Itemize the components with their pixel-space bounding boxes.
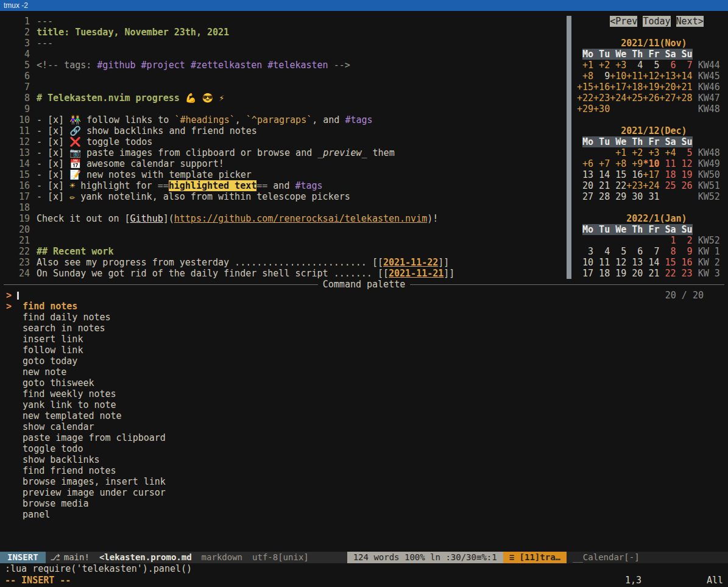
palette-item[interactable]: goto thisweek (0, 378, 728, 388)
spacer-span (577, 38, 621, 49)
calendar-day-linked[interactable]: +6 +7 +8 +9 (577, 158, 643, 169)
emoji-icon: ❌ (69, 136, 87, 147)
line-number: 1 (0, 16, 30, 27)
github-link[interactable]: Github (130, 213, 163, 224)
text-span: toggle todos (87, 136, 152, 147)
calendar-nav-button[interactable]: <Prev (610, 16, 637, 27)
calendar-day-linked[interactable]: +1 +2 +3 +4 (610, 147, 676, 158)
calendar-day-linked[interactable]: +8 (577, 71, 593, 82)
calendar-day-weekend[interactable]: 22 23 (659, 268, 692, 279)
calendar-day[interactable]: 20 21 22 (577, 180, 626, 191)
window-separator[interactable] (567, 16, 571, 279)
tag-link[interactable]: #github (97, 60, 135, 71)
palette-item[interactable]: search in notes (0, 323, 728, 334)
palette-item[interactable]: preview image under cursor (0, 487, 728, 498)
calendar-day-weekend[interactable]: 18 19 (659, 169, 692, 180)
palette-item-selected[interactable]: > find notes (0, 301, 728, 312)
palette-item[interactable]: show backlinks (0, 454, 728, 465)
separator-line (410, 284, 724, 285)
palette-prompt-input[interactable]: > 20 / 20 (0, 290, 728, 301)
tag-link[interactable]: #telekasten (267, 60, 328, 71)
calendar-week-number: KW47 (698, 93, 720, 104)
git-branch[interactable]: ⎇main! (46, 552, 94, 563)
calendar-day-weekend[interactable]: 11 12 (659, 158, 692, 169)
editor-line: 14- [x] 📅 awesome calendar support! (0, 158, 567, 169)
calendar-nav-button[interactable]: Next> (676, 16, 704, 27)
editor-line: 6 (0, 71, 567, 82)
line-number: 20 (0, 224, 30, 235)
editor-line: 15- [x] 📝 new notes with template picker (0, 169, 567, 180)
selection-caret: > (6, 301, 12, 312)
calendar-day[interactable]: 3 4 5 6 7 (577, 246, 659, 257)
calendar-day-linked[interactable]: +1 +2 +3 (577, 60, 626, 71)
date-wikilink[interactable]: 2021-11-22 (383, 257, 438, 268)
spacer-span (577, 125, 621, 136)
calendar-day-linked[interactable]: +17 (643, 169, 659, 180)
calendar-day[interactable]: 27 28 29 30 31 (577, 191, 659, 202)
calendar-day-weekend[interactable]: 8 9 (659, 246, 692, 257)
text-span: yank notelink, also from within telescop… (80, 191, 350, 202)
statusline-spacer (314, 552, 347, 563)
git-branch-icon: ⎇ (51, 552, 60, 562)
spacer-span (693, 60, 698, 71)
heading-span: title: Tuesday, November 23th, 2021 (37, 27, 229, 38)
url-link[interactable]: https://github.com/renerocksai/telekaste… (174, 213, 427, 224)
calendar-row: 2021/12(Dec) (577, 125, 728, 136)
line-number: 3 (0, 38, 30, 49)
tag-link[interactable]: #tags (295, 180, 322, 191)
line-number: 11 (0, 125, 30, 136)
calendar-day-today[interactable]: *10 (643, 158, 659, 169)
calendar-day-linked[interactable]: +23+24 (626, 180, 659, 191)
tag-link[interactable]: #zettelkasten (191, 60, 262, 71)
calendar-row: Mo Tu We Th Fr Sa Su (577, 136, 728, 147)
calendar-day-linked[interactable]: +15+16+17+18+19+20+21 (577, 82, 693, 93)
calendar-row: 27 28 29 30 31 KW52 (577, 191, 728, 202)
palette-item[interactable]: panel (0, 509, 728, 520)
line-number: 19 (0, 213, 30, 224)
palette-item[interactable]: toggle todo (0, 443, 728, 454)
tmux-titlebar: tmux -2 (0, 0, 728, 11)
calendar-day[interactable]: 13 14 15 16 (577, 169, 643, 180)
palette-item[interactable]: find daily notes (0, 312, 728, 323)
palette-item[interactable]: new note (0, 367, 728, 378)
terminal-screen: tmux -2 1---2title: Tuesday, November 23… (0, 0, 728, 587)
tag-link[interactable]: #project (141, 60, 185, 71)
heading-span: # Telekasten.nvim progress (37, 93, 185, 104)
calendar-day-weekend[interactable]: 6 7 (659, 60, 692, 71)
palette-item[interactable]: find weekly notes (0, 388, 728, 399)
calendar-day-weekend[interactable]: 1 2 (659, 235, 692, 246)
tag-link[interactable]: #tags (345, 114, 372, 125)
calendar-nav-button[interactable]: Today (643, 16, 670, 27)
palette-item[interactable]: insert link (0, 334, 728, 345)
text-span: , (235, 114, 246, 125)
calendar-day-weekend[interactable]: 15 16 (659, 257, 692, 268)
editor-pane[interactable]: 1---2title: Tuesday, November 23th, 2021… (0, 11, 567, 279)
palette-item[interactable]: find friend notes (0, 465, 728, 476)
command-line[interactable]: :lua require('telekasten').panel() (0, 563, 728, 574)
date-wikilink[interactable]: 2021-11-21 (389, 268, 444, 279)
calendar-day[interactable]: 4 5 (626, 60, 659, 71)
calendar-day-linked[interactable]: +10+11+12+13+14 (610, 71, 692, 82)
calendar-day-weekend[interactable]: 25 26 (659, 180, 692, 191)
palette-item[interactable]: paste image from clipboard (0, 432, 728, 443)
calendar-day[interactable]: 10 11 12 13 14 (577, 257, 659, 268)
palette-item[interactable]: goto today (0, 356, 728, 367)
calendar-day-linked[interactable]: +22+23+24+25+26+27+28 (577, 93, 693, 104)
calendar-day-linked[interactable]: +29+30 (577, 104, 610, 114)
palette-item[interactable]: follow link (0, 345, 728, 356)
palette-item[interactable]: new templated note (0, 410, 728, 421)
mode-message: -- INSERT -- (5, 574, 71, 586)
palette-item[interactable]: browse media (0, 498, 728, 509)
line-number: 2 (0, 27, 30, 38)
calendar-day[interactable]: 17 18 19 20 21 (577, 268, 659, 279)
calendar-row: 17 18 19 20 21 22 23 KW 3 (577, 268, 728, 279)
calendar-day[interactable]: 9 (593, 71, 610, 82)
calendar-pane[interactable]: <Prev Today Next> 2021/11(Nov) Mo Tu We … (571, 11, 728, 279)
editor-line: 5<!-- tags: #github #project #zettelkast… (0, 60, 567, 71)
calendar-week-number: KW52 (698, 235, 720, 246)
palette-item[interactable]: show calendar (0, 421, 728, 432)
text-span: highlight for (80, 180, 157, 191)
palette-item[interactable]: browse images, insert link (0, 476, 728, 487)
calendar-day-weekend[interactable]: 5 (676, 147, 693, 158)
palette-item[interactable]: yank link to note (0, 399, 728, 410)
